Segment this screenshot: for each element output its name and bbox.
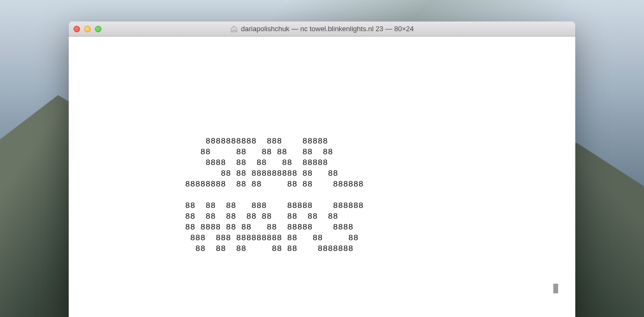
terminal-line: 88 88 88 88 88 88: [73, 148, 333, 157]
terminal-line: 88 88 88 888 88888 888888: [73, 201, 364, 211]
minimize-button[interactable]: [84, 26, 91, 32]
window-title-group: dariapolishchuk — nc towel.blinkenlights…: [230, 25, 414, 33]
home-icon: [230, 25, 238, 33]
terminal-line: 8888888888 888 88888: [73, 137, 328, 146]
terminal-line: 88 8888 88 88 88 88888 8888: [73, 223, 354, 232]
terminal-window: dariapolishchuk — nc towel.blinkenlights…: [69, 21, 575, 317]
terminal-output[interactable]: 8888888888 888 88888 88 88 88 88 88 88 8…: [69, 37, 575, 317]
terminal-cursor: [553, 284, 558, 293]
terminal-line: 8888 88 88 88 88888: [73, 158, 328, 168]
terminal-line: 88888888 88 88 88 88 888888: [73, 180, 364, 189]
terminal-line: 88 88 88 88 88 8888888: [73, 244, 354, 254]
terminal-line: 888 888 888888888 88 88 88: [73, 234, 358, 243]
traffic-lights: [74, 26, 101, 32]
window-titlebar[interactable]: dariapolishchuk — nc towel.blinkenlights…: [69, 21, 575, 37]
window-title: dariapolishchuk — nc towel.blinkenlights…: [241, 25, 414, 33]
close-button[interactable]: [74, 26, 80, 32]
terminal-line: 88 88 88 88 88 88 88 88: [73, 212, 338, 221]
terminal-line: 88 88 888888888 88 88: [73, 169, 338, 178]
maximize-button[interactable]: [95, 26, 101, 32]
